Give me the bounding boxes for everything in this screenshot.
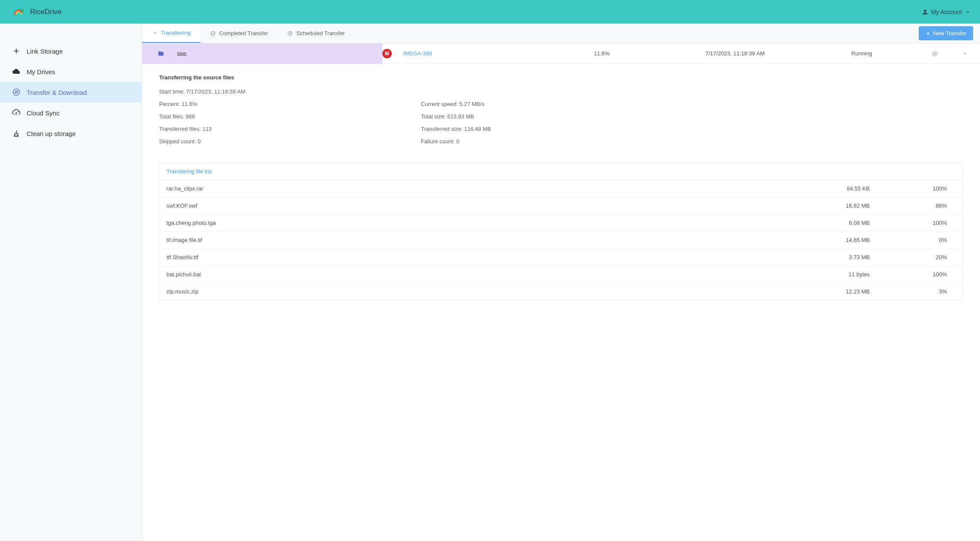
sidebar-item-label: Cloud Sync <box>27 109 60 117</box>
file-row: tif.image file.tif14.65 MB0% <box>160 232 962 249</box>
file-name: zip.music.zip <box>166 288 792 295</box>
source-name: bbb <box>177 51 187 57</box>
sidebar-item-label: Clean up storage <box>27 130 76 137</box>
brand-logo-icon <box>12 7 26 17</box>
chevron-down-icon <box>962 51 968 57</box>
file-percent: 100% <box>887 220 956 226</box>
sidebar-item-cleanup[interactable]: Clean up storage <box>0 123 142 144</box>
tab-transferring[interactable]: Transferring <box>142 24 200 43</box>
file-size: 6.08 MB <box>792 220 887 226</box>
details-title: Transferring the source files <box>159 74 963 81</box>
file-name: bat.pichuli.bat <box>166 271 792 278</box>
stat-transferred-size: Transferred size: 116.48 MB <box>421 126 683 132</box>
file-size: 11 bytes <box>792 271 887 278</box>
stat-transferred-files: Transferred files: 113 <box>159 126 421 132</box>
transfer-icon <box>12 88 21 97</box>
new-transfer-label: New Transfer <box>933 30 966 36</box>
cloud-icon <box>12 67 21 76</box>
transfer-row-details[interactable]: M /MEGA-390 11.6% 7/17/2023, 11:18:39 AM… <box>382 43 980 64</box>
cancel-icon <box>932 50 938 57</box>
tabs: Transferring Completed Transfer Schedule… <box>142 24 354 43</box>
plus-icon <box>926 31 931 36</box>
file-row: swf.KOF.swf16.82 MB86% <box>160 197 962 215</box>
tab-completed[interactable]: Completed Transfer <box>200 24 278 43</box>
tab-label: Scheduled Transfer <box>296 30 345 36</box>
file-percent: 20% <box>887 254 956 260</box>
file-percent: 100% <box>887 185 956 192</box>
clock-icon <box>287 30 293 36</box>
svg-point-1 <box>211 31 215 35</box>
expand-button[interactable] <box>950 51 980 57</box>
transfer-status: Running <box>851 50 920 57</box>
file-size: 84.55 KB <box>792 185 887 192</box>
svg-point-0 <box>13 89 20 96</box>
file-list-header: Transfering file list <box>160 163 962 180</box>
brand-name: RiceDrive <box>30 8 62 16</box>
tab-label: Completed Transfer <box>219 30 268 36</box>
stat-total-size: Total size: 613.93 MB <box>421 113 683 120</box>
content: Transferring Completed Transfer Schedule… <box>142 24 980 541</box>
sidebar-item-label: Link Storage <box>27 48 63 55</box>
file-size: 16.82 MB <box>792 202 887 209</box>
account-label: My Account <box>931 9 962 15</box>
brand: RiceDrive <box>12 7 62 17</box>
sidebar-item-transfer-download[interactable]: Transfer & Download <box>0 82 142 103</box>
sidebar-item-link-storage[interactable]: Link Storage <box>0 41 142 61</box>
file-size: 3.73 MB <box>792 254 887 260</box>
tab-scheduled[interactable]: Scheduled Transfer <box>278 24 354 43</box>
sidebar-item-my-drives[interactable]: My Drives <box>0 61 142 82</box>
transfer-time: 7/17/2023, 11:18:39 AM <box>705 50 851 57</box>
transfer-percent: 11.6% <box>594 50 705 57</box>
file-percent: 86% <box>887 202 956 209</box>
stat-start-time: Start time: 7/17/2023, 11:18:39 AM <box>159 88 963 95</box>
check-circle-icon <box>210 30 216 36</box>
file-percent: 0% <box>887 237 956 243</box>
dest-name: /MEGA-390 <box>403 50 432 57</box>
transfer-row-source[interactable]: bbb <box>142 43 382 64</box>
stat-total-files: Total files: 969 <box>159 113 421 120</box>
broom-icon <box>12 129 21 138</box>
file-row: rar.ha_clipx.rar84.55 KB100% <box>160 180 962 197</box>
file-name: tga.cheng photo.tga <box>166 220 792 226</box>
topbar: RiceDrive My Account <box>0 0 980 24</box>
file-size: 14.65 MB <box>792 237 887 243</box>
sidebar-item-cloud-sync[interactable]: Cloud Sync <box>0 103 142 123</box>
plus-icon <box>12 47 21 55</box>
tab-row: Transferring Completed Transfer Schedule… <box>142 24 980 43</box>
file-row: ttf.ShaoNv.ttf3.73 MB20% <box>160 249 962 266</box>
file-name: rar.ha_clipx.rar <box>166 185 792 192</box>
cancel-button[interactable] <box>920 50 950 57</box>
stat-current-speed: Current speed: 5.27 MB/s <box>421 101 683 107</box>
file-name: tif.image file.tif <box>166 237 792 243</box>
transfer-details: Transferring the source files Start time… <box>142 64 980 163</box>
mega-icon: M <box>382 49 392 58</box>
file-name: swf.KOF.swf <box>166 202 792 209</box>
sidebar-item-label: My Drives <box>27 68 55 76</box>
folder-icon <box>157 50 164 57</box>
file-percent: 100% <box>887 271 956 278</box>
account-menu[interactable]: My Account <box>922 9 971 15</box>
new-transfer-button[interactable]: New Transfer <box>919 26 973 40</box>
stat-failure-count: Failure count: 0 <box>421 138 683 145</box>
stat-skipped-count: Skipped count: 0 <box>159 138 421 145</box>
file-list: Transfering file list rar.ha_clipx.rar84… <box>159 163 963 300</box>
sync-icon <box>12 109 21 117</box>
file-size: 12.23 MB <box>792 288 887 295</box>
stat-percent: Percent: 11.6% <box>159 101 421 107</box>
file-row: tga.cheng photo.tga6.08 MB100% <box>160 215 962 232</box>
file-row: zip.music.zip12.23 MB3% <box>160 283 962 300</box>
tab-label: Transferring <box>161 30 191 36</box>
file-percent: 3% <box>887 288 956 295</box>
file-row: bat.pichuli.bat11 bytes100% <box>160 266 962 283</box>
chevron-down-icon <box>965 9 971 15</box>
arrow-right-icon <box>151 30 157 36</box>
sidebar: Link Storage My Drives Transfer & Downlo… <box>0 24 142 541</box>
sidebar-item-label: Transfer & Download <box>27 89 87 96</box>
file-name: ttf.ShaoNv.ttf <box>166 254 792 260</box>
user-icon <box>922 9 929 15</box>
